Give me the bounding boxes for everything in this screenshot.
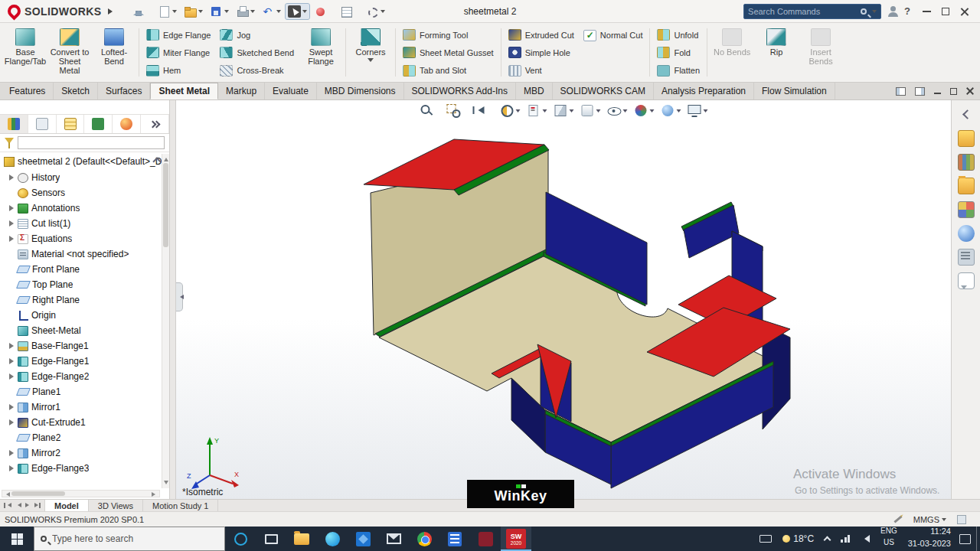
edge-flange-button[interactable]: Edge Flange	[142, 26, 215, 44]
panel-splitter[interactable]	[170, 100, 176, 499]
options-gear-icon[interactable]	[364, 4, 387, 19]
tab-solidworks-add-ins[interactable]: SOLIDWORKS Add-Ins	[404, 83, 516, 99]
pane-expand-tab[interactable]	[141, 115, 169, 133]
tab-and-slot-button[interactable]: Tab and Slot	[398, 62, 498, 80]
chrome-icon[interactable]	[409, 527, 439, 551]
miter-flange-button[interactable]: Miter Flange	[142, 44, 215, 61]
tab-sketch[interactable]: Sketch	[54, 83, 98, 99]
doc-tab-model[interactable]: Model	[45, 500, 89, 511]
sheet-metal-gusset-button[interactable]: Sheet Metal Gusset	[398, 44, 498, 61]
collapse-task-pane-icon[interactable]	[958, 106, 975, 123]
corners-button[interactable]: Corners	[348, 25, 393, 80]
calculator-icon[interactable]	[439, 527, 470, 551]
tree-item[interactable]: Origin	[0, 308, 169, 323]
section-view-icon[interactable]	[500, 103, 521, 118]
task-view-icon[interactable]	[256, 527, 286, 551]
open-icon[interactable]	[181, 4, 205, 19]
volume-icon[interactable]	[855, 527, 875, 551]
tree-item[interactable]: Top Plane	[0, 277, 169, 292]
user-account-icon[interactable]	[887, 6, 898, 17]
start-button[interactable]	[0, 527, 34, 551]
expand-arrow-icon[interactable]	[8, 373, 15, 380]
select-arrow-icon[interactable]	[286, 4, 309, 19]
tree-item[interactable]: Plane2	[0, 430, 169, 445]
cross-break-button[interactable]: Cross-Break	[215, 62, 299, 80]
hide-show-icon[interactable]	[607, 103, 628, 118]
maximize-button[interactable]	[942, 8, 949, 15]
dimxpertmanager-tab[interactable]	[84, 115, 113, 133]
network-icon[interactable]	[835, 527, 855, 551]
scrollbar-thumb[interactable]	[11, 491, 65, 496]
design-library-icon[interactable]	[958, 154, 975, 171]
tag-icon[interactable]	[957, 515, 966, 524]
panel-collapse-tab[interactable]	[176, 282, 183, 311]
taskbar-search-input[interactable]	[52, 533, 218, 544]
save-icon[interactable]	[207, 4, 231, 19]
tree-item[interactable]: Material <not specified>	[0, 246, 169, 262]
unfold-button[interactable]: Unfold	[652, 26, 704, 44]
tree-item[interactable]: Sheet-Metal	[0, 323, 169, 338]
solidworks-taskbar-icon[interactable]: SW 2020	[501, 527, 531, 551]
expand-arrow-icon[interactable]	[8, 174, 15, 181]
tab-markup[interactable]: Markup	[218, 83, 265, 99]
expand-arrow-icon[interactable]	[8, 403, 15, 411]
expand-arrow-icon[interactable]	[8, 235, 15, 243]
view-palette-icon[interactable]	[958, 201, 975, 218]
previous-tab-icon[interactable]	[13, 501, 21, 510]
doc-tab-3d-views[interactable]: 3D Views	[89, 500, 143, 511]
tab-flow-simulation[interactable]: Flow Simulation	[754, 83, 835, 99]
tree-item[interactable]: Right Plane	[0, 292, 169, 308]
touch-keyboard-icon[interactable]	[754, 527, 777, 551]
appearances-scenes-icon[interactable]	[958, 225, 975, 242]
first-tab-icon[interactable]	[3, 501, 11, 510]
cortana-icon[interactable]	[225, 527, 256, 551]
tree-root-item[interactable]: sheetmetal 2 (Default<<Default>_Dis	[0, 154, 169, 169]
media-player-icon[interactable]	[470, 527, 501, 551]
graphics-area[interactable]: Y X Z *Isometric Activate Windows Go to …	[176, 100, 951, 499]
zoom-fit-icon[interactable]	[420, 103, 440, 118]
display-style-icon[interactable]	[580, 103, 601, 118]
document-close-button[interactable]	[966, 87, 974, 95]
tree-item[interactable]: Mirror2	[0, 445, 169, 461]
scroll-up-icon[interactable]	[164, 155, 168, 161]
tree-item[interactable]: Edge-Flange2	[0, 369, 169, 384]
mouse-gestures-icon[interactable]	[312, 4, 335, 19]
edge-icon[interactable]	[317, 527, 348, 551]
scroll-down-icon[interactable]	[164, 481, 168, 487]
dynamic-annotation-icon[interactable]	[527, 103, 547, 118]
lofted-bend-button[interactable]: Lofted-Bend	[92, 25, 136, 80]
command-search[interactable]	[743, 4, 881, 19]
tree-item[interactable]: Edge-Flange3	[0, 461, 169, 476]
document-restore-button[interactable]	[950, 88, 957, 95]
new-document-icon[interactable]	[155, 4, 179, 19]
normal-cut-button[interactable]: Normal Cut	[579, 26, 648, 44]
minimize-button[interactable]	[923, 11, 931, 12]
insert-bends-button[interactable]: Insert Bends	[799, 25, 843, 80]
displaymanager-tab[interactable]	[113, 115, 141, 133]
convert-to-sheet-metal-button[interactable]: Convert to Sheet Metal	[47, 25, 92, 80]
evaluate-grid-icon[interactable]	[338, 4, 361, 19]
tree-item[interactable]: Base-Flange1	[0, 338, 169, 354]
expand-arrow-icon[interactable]	[8, 449, 15, 457]
unit-system-selector[interactable]: MMGS	[913, 515, 946, 524]
sheet-metal-model[interactable]	[176, 100, 951, 499]
scrollbar-thumb[interactable]	[163, 163, 168, 247]
logo-flyout-icon[interactable]	[108, 8, 116, 15]
doc-tab-motion-study[interactable]: Motion Study 1	[143, 500, 218, 511]
no-bends-button[interactable]: No Bends	[710, 25, 754, 80]
fold-button[interactable]: Fold	[652, 44, 704, 61]
propertymanager-tab[interactable]	[28, 115, 57, 133]
language-switcher[interactable]: ENG US	[875, 527, 903, 551]
simple-hole-button[interactable]: Simple Hole	[504, 44, 579, 61]
home-icon[interactable]	[129, 4, 153, 19]
next-tab-icon[interactable]	[23, 501, 31, 510]
hem-button[interactable]: Hem	[142, 62, 215, 80]
solidworks-resources-icon[interactable]	[958, 130, 975, 147]
expand-arrow-icon[interactable]	[8, 419, 15, 426]
print-icon[interactable]	[234, 4, 257, 19]
tab-evaluate[interactable]: Evaluate	[265, 83, 317, 99]
help-icon[interactable]: ?	[904, 5, 910, 17]
split-pane-left-icon[interactable]	[896, 87, 906, 96]
rip-button[interactable]: Rip	[754, 25, 799, 80]
tray-overflow-icon[interactable]	[819, 527, 835, 551]
